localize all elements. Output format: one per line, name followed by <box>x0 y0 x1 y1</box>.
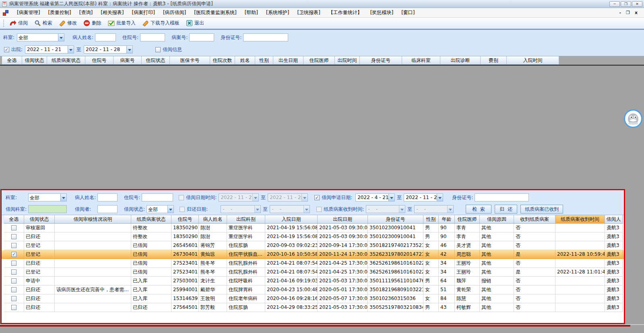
borrow-date-from[interactable]: 2022 - 11 - 21 <box>219 193 259 201</box>
menu-item[interactable]: [卫统报表] <box>293 8 324 17</box>
column-header[interactable]: 入院时间 <box>507 56 559 65</box>
borrow-dept-input[interactable] <box>28 205 67 213</box>
column-header[interactable]: 纸质病案状态 <box>47 56 85 65</box>
column-header[interactable]: 年龄 <box>439 215 455 224</box>
column-header[interactable]: 出院时间 <box>335 56 360 65</box>
column-header[interactable]: 借阅审核情况说明 <box>55 215 131 224</box>
column-header[interactable]: 住院次数 <box>210 56 235 65</box>
column-header[interactable]: 借阅人 <box>605 215 623 224</box>
exit-button[interactable]: 退出 <box>183 18 207 28</box>
apply-date-to[interactable]: 2022 - 11 - 28 <box>404 193 443 201</box>
table-row[interactable]: 审核退回待整改18350290陈澍重症医学科2021-04-19 15:56:0… <box>2 224 624 232</box>
column-header[interactable]: 住院医师 <box>303 56 335 65</box>
row-checkbox[interactable] <box>11 296 17 301</box>
column-header[interactable]: 出院日期 <box>318 215 368 224</box>
chevron-down-icon[interactable] <box>301 194 308 201</box>
column-header[interactable]: 纸质病案状态 <box>131 215 171 224</box>
column-header[interactable]: 全选 <box>4 215 24 224</box>
paper-record-received-button[interactable]: 纸质病案已收到 <box>520 205 563 214</box>
table-row[interactable]: 已登记已借阅27523401熊冬琴住院乳腺外科2021-04-21 08:07:… <box>2 268 624 277</box>
chevron-down-icon[interactable] <box>58 34 64 41</box>
row-checkbox[interactable] <box>11 269 17 275</box>
column-header[interactable]: 费别 <box>481 56 507 65</box>
menu-item[interactable]: [质量控制] <box>44 8 75 17</box>
menu-item[interactable]: [医院质量监测系统] <box>190 8 240 17</box>
admission-no-input[interactable] <box>140 33 165 41</box>
discharge-date-from[interactable]: 2022 - 11 - 21 <box>25 45 74 53</box>
return-date-from[interactable]: - - <box>221 205 261 213</box>
column-header[interactable]: 住院号 <box>171 215 199 224</box>
chevron-down-icon[interactable] <box>388 194 394 201</box>
patient-name-input[interactable] <box>97 193 118 201</box>
column-header[interactable]: 借阅原因 <box>480 215 514 224</box>
borrower-input[interactable] <box>97 205 118 213</box>
column-header[interactable]: 住院号 <box>85 56 114 65</box>
return-date-checkbox[interactable] <box>180 207 185 212</box>
id-card-input[interactable] <box>475 193 529 201</box>
table-row[interactable]: 已归还已借阅27523401熊冬琴住院乳腺外科2021-04-21 08:07:… <box>2 259 624 268</box>
mdi-restore-button[interactable]: ❐ <box>626 10 630 15</box>
column-header[interactable]: 身份证号 <box>360 56 402 65</box>
row-checkbox[interactable] <box>11 278 17 284</box>
table-row[interactable]: 已登记已借阅26730401黄灿琼住院甲状腺血…2020-10-16 10:50… <box>2 250 624 259</box>
patient-name-input[interactable] <box>95 33 116 41</box>
delete-button[interactable]: 删除 <box>80 18 105 28</box>
table-row[interactable]: 已归还已入库15314639王敦明住院老年病科2020-04-16 09:28:… <box>2 294 624 303</box>
mdi-close-button[interactable]: x <box>635 10 638 15</box>
apply-date-checkbox[interactable] <box>314 195 320 200</box>
search-button[interactable]: 检索 <box>31 18 56 28</box>
qq-messenger-icon[interactable] <box>623 109 643 128</box>
menu-item[interactable]: [窗口] <box>397 8 419 17</box>
column-header[interactable]: 临床科室 <box>402 56 440 65</box>
search-records-button[interactable]: 检 索 <box>466 205 491 214</box>
record-no-input[interactable] <box>189 33 214 41</box>
borrow-date-to[interactable]: 2022 - 11 - 28 <box>268 193 308 201</box>
row-checkbox[interactable] <box>11 243 17 248</box>
download-template-button[interactable]: 下载导入模板 <box>139 18 183 28</box>
menu-item[interactable]: [帮助] <box>241 8 262 17</box>
apply-date-from[interactable]: 2022 - 4 - 21 <box>355 193 395 201</box>
chevron-down-icon[interactable] <box>254 206 260 213</box>
row-checkbox[interactable] <box>11 305 17 310</box>
received-time-from[interactable]: - - <box>366 205 405 213</box>
chevron-down-icon[interactable] <box>399 206 405 213</box>
borrow-date-checkbox[interactable] <box>179 195 184 200</box>
menu-item[interactable]: [奖惩模块] <box>366 8 397 17</box>
modify-button[interactable]: 修改 <box>56 18 80 28</box>
menu-item[interactable]: [相关报表] <box>97 8 128 17</box>
table-row[interactable]: 已登记已借阅26545601蒋锦芳住院肛肠2020-09-03 09:02:23… <box>2 241 624 250</box>
column-header[interactable]: 病案号 <box>114 56 142 65</box>
batch-import-button[interactable]: 批量导入 <box>105 18 139 28</box>
dept-select[interactable]: 全部 <box>17 33 64 41</box>
mdi-minimize-button[interactable]: - <box>619 10 621 15</box>
chevron-down-icon[interactable] <box>167 206 173 213</box>
chevron-down-icon[interactable] <box>252 194 258 201</box>
chevron-down-icon[interactable] <box>60 194 66 201</box>
column-header[interactable]: 收到纸质病案 <box>514 215 555 224</box>
menu-item[interactable]: [病案打印] <box>128 8 159 17</box>
chevron-down-icon[interactable] <box>303 206 310 213</box>
row-checkbox[interactable] <box>11 225 17 230</box>
column-header[interactable]: 入院日期 <box>265 215 318 224</box>
row-checkbox[interactable] <box>11 234 17 239</box>
row-checkbox[interactable] <box>11 287 17 292</box>
chevron-down-icon[interactable] <box>68 46 74 53</box>
discharge-date-to[interactable]: 2022 - 11 - 28 <box>84 45 133 53</box>
admission-no-input[interactable] <box>142 193 173 201</box>
menu-item[interactable]: 【工作量统计】 <box>324 8 366 17</box>
column-header[interactable]: 病人姓名 <box>199 215 227 224</box>
table-row[interactable]: 已归还已归还27564501郭芳毅住院肛肠2021-04-29 08:33:25… <box>2 303 624 312</box>
received-time-checkbox[interactable] <box>316 207 322 212</box>
column-header[interactable]: 医保卡号 <box>170 56 210 65</box>
close-button[interactable]: ✕ <box>632 1 642 7</box>
borrow-info-checkbox[interactable] <box>155 47 161 52</box>
column-header[interactable]: 性别 <box>423 215 439 224</box>
menu-item[interactable]: [病案管理] <box>13 8 44 17</box>
column-header[interactable]: 性别 <box>255 56 273 65</box>
column-header[interactable]: 出院科别 <box>227 215 265 224</box>
column-header[interactable]: 出院诊断 <box>440 56 481 65</box>
column-header[interactable]: 姓名 <box>235 56 255 65</box>
menu-item[interactable]: [查询] <box>75 8 97 17</box>
table-row[interactable]: 申请中已入库27503001龙计生住院呼吸科2021-04-16 09:19:0… <box>2 277 624 286</box>
row-checkbox[interactable] <box>11 252 17 257</box>
